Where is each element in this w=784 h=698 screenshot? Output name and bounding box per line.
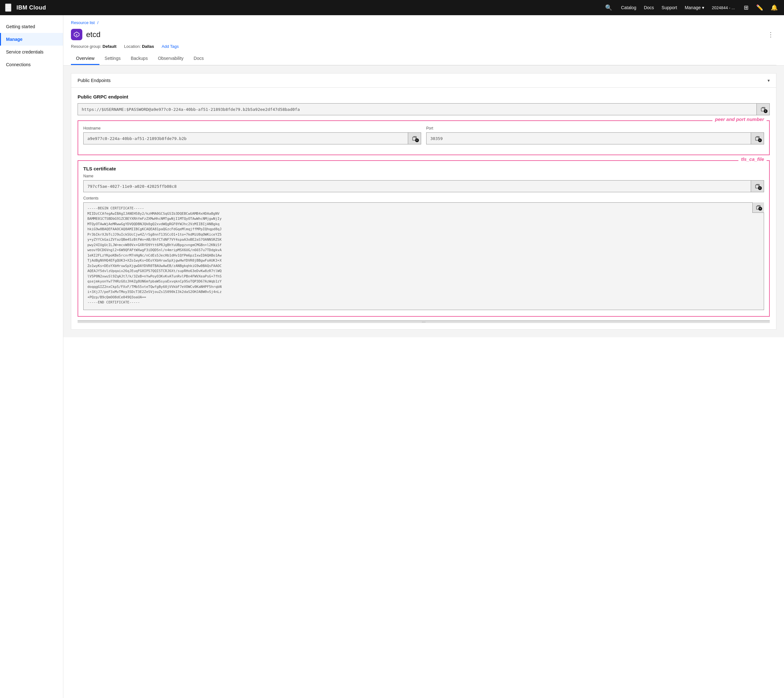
peer-port-columns: Hostname a9e977c0-224a-40bb-af51-21893b8… (83, 126, 764, 150)
edit-button[interactable]: ✏️ (755, 3, 764, 12)
hostname-input-row: a9e977c0-224a-40bb-af51-21893b8fde79.b2b… (83, 132, 421, 144)
main-content: Resource list / e etcd ⋮ Resource group:… (63, 15, 784, 698)
service-name: etcd (86, 30, 100, 39)
grpc-section-title: Public GRPC endpoint (77, 94, 770, 99)
tls-certificate-copy-button[interactable]: + (752, 202, 764, 213)
breadcrumb-separator: / (97, 20, 99, 25)
breadcrumb-resource-list[interactable]: Resource list (71, 20, 95, 25)
tls-highlight-label: tls_ca_file (738, 157, 767, 162)
sidebar-item-connections[interactable]: Connections (0, 58, 63, 71)
accordion-title: Public Endpoints (77, 78, 110, 83)
tls-section: tls_ca_file TLS certificate Name 797cf5a… (77, 160, 770, 317)
search-button[interactable]: 🔍 (604, 3, 613, 12)
location-label: Location: Dallas (124, 44, 154, 49)
docs-link[interactable]: Docs (644, 5, 654, 10)
account-label: 2024844 - ... (712, 5, 735, 10)
port-label: Port (426, 126, 764, 130)
hostname-label: Hostname (83, 126, 421, 130)
tls-certificate-wrapper: + (83, 202, 764, 311)
cert-copy-plus-icon: + (758, 207, 762, 211)
sidebar: Getting started Manage Service credentia… (0, 15, 63, 698)
peer-port-section: peer and port number Hostname a9e977c0-2… (77, 120, 770, 155)
tab-overview[interactable]: Overview (71, 53, 99, 65)
tabs: Overview Settings Backups Observability … (71, 53, 776, 65)
tls-name-copy-button[interactable]: + (751, 180, 764, 192)
sidebar-item-getting-started[interactable]: Getting started (0, 20, 63, 33)
peer-port-highlight-label: peer and port number (712, 117, 767, 122)
tls-name-label: Name (83, 174, 764, 178)
hostname-copy-plus-icon: + (415, 139, 419, 142)
port-copy-button[interactable]: + (751, 133, 764, 144)
service-title-row: e etcd ⋮ (71, 29, 776, 40)
content-area: Public Endpoints ▾ Public GRPC endpoint … (63, 66, 784, 337)
tls-name-value: 797cf5ae-4027-11e9-a020-42025ffb08c8 (84, 181, 751, 192)
resource-group-value: Default (102, 44, 117, 49)
switcher-button[interactable]: ⊞ (743, 3, 750, 12)
hostname-copy-button[interactable]: + (408, 133, 421, 144)
port-copy-plus-icon: + (758, 139, 762, 142)
tab-settings[interactable]: Settings (99, 53, 126, 65)
hamburger-menu-button[interactable]: ☰ (5, 3, 12, 12)
support-link[interactable]: Support (662, 5, 677, 10)
more-options-button[interactable]: ⋮ (765, 30, 776, 40)
chevron-down-icon: ▾ (768, 78, 770, 83)
tls-section-title: TLS certificate (83, 166, 764, 171)
resource-group-label: Resource group: Default (71, 44, 117, 49)
grpc-copy-button[interactable]: + (756, 104, 769, 115)
svg-text:e: e (76, 33, 77, 36)
location-value: Dallas (142, 44, 154, 49)
catalog-link[interactable]: Catalog (621, 5, 636, 10)
tls-contents-label: Contents (83, 196, 764, 200)
accordion-body: Public GRPC endpoint https://$USERNAME:$… (71, 88, 776, 329)
resize-handle[interactable] (77, 320, 770, 323)
port-value: 30359 (427, 133, 751, 144)
page-header: Resource list / e etcd ⋮ Resource group:… (63, 15, 784, 66)
tab-backups[interactable]: Backups (126, 53, 153, 65)
grpc-endpoint-row: https://$USERNAME:$PASSWORD@a9e977c0-224… (77, 103, 770, 115)
sidebar-item-manage[interactable]: Manage (0, 33, 63, 46)
top-navigation: ☰ IBM Cloud 🔍 Catalog Docs Support Manag… (0, 0, 784, 15)
tls-name-copy-plus-icon: + (758, 186, 762, 190)
add-tags-link[interactable]: Add Tags (162, 44, 179, 49)
resource-meta: Resource group: Default Location: Dallas… (71, 44, 776, 49)
port-input-row: 30359 + (426, 132, 764, 144)
tab-docs[interactable]: Docs (189, 53, 209, 65)
grpc-endpoint-value: https://$USERNAME:$PASSWORD@a9e977c0-224… (78, 104, 756, 115)
brand-logo: IBM Cloud (16, 5, 46, 11)
service-icon: e (71, 29, 82, 40)
hostname-value: a9e977c0-224a-40bb-af51-21893b8fde79.b2b (84, 133, 408, 144)
notifications-button[interactable]: 🔔 (769, 3, 779, 12)
tls-name-row: 797cf5ae-4027-11e9-a020-42025ffb08c8 + (83, 180, 764, 192)
public-endpoints-accordion: Public Endpoints ▾ Public GRPC endpoint … (71, 73, 776, 330)
sidebar-item-service-credentials[interactable]: Service credentials (0, 46, 63, 58)
accordion-header[interactable]: Public Endpoints ▾ (71, 73, 776, 88)
tab-observability[interactable]: Observability (153, 53, 189, 65)
tls-certificate-textarea[interactable] (83, 202, 764, 310)
port-field: Port 30359 + (426, 126, 764, 150)
hostname-field: Hostname a9e977c0-224a-40bb-af51-21893b8… (83, 126, 421, 150)
copy-plus-icon: + (764, 109, 768, 113)
breadcrumb: Resource list / (71, 20, 776, 25)
manage-button[interactable]: Manage ▾ (685, 5, 704, 10)
